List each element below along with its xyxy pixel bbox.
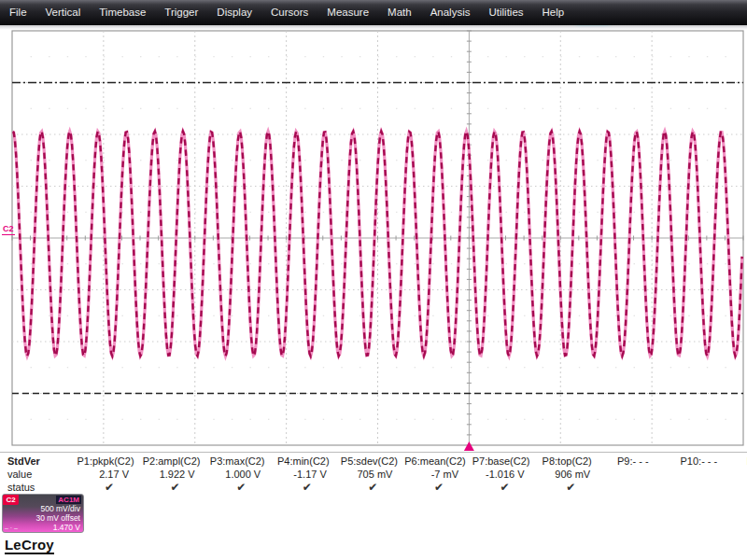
status-check-icon: ✔ bbox=[469, 481, 534, 494]
measure-value-7: -1.016 V bbox=[469, 469, 534, 480]
channel-descriptor-box[interactable]: C2 AC1M 500 mV/div 30 mV offset – · – 1.… bbox=[2, 494, 84, 533]
measure-value-5: 705 mV bbox=[336, 469, 402, 480]
table-corner-label: StdVer bbox=[7, 455, 40, 467]
menu-item-utilities[interactable]: Utilities bbox=[479, 0, 532, 25]
waveform-grid[interactable] bbox=[0, 0, 747, 452]
level-high: – · – 1.470 V bbox=[5, 524, 80, 532]
menu-item-file[interactable]: File bbox=[0, 0, 36, 25]
status-row-label: status bbox=[7, 482, 35, 493]
menu-item-analysis[interactable]: Analysis bbox=[421, 0, 480, 25]
measure-header-3[interactable]: P3:max(C2) bbox=[204, 455, 270, 467]
measure-value-8: 906 mV bbox=[534, 469, 599, 480]
status-check-icon: ✔ bbox=[73, 481, 138, 494]
measure-header-7[interactable]: P7:base(C2) bbox=[469, 455, 534, 467]
menu-item-timebase[interactable]: Timebase bbox=[90, 0, 155, 25]
measure-value-4: -1.17 V bbox=[271, 469, 336, 480]
measure-header-4[interactable]: P4:min(C2) bbox=[271, 455, 336, 467]
measure-header-2[interactable]: P2:ampl(C2) bbox=[139, 455, 204, 467]
menu-bar: FileVerticalTimebaseTriggerDisplayCursor… bbox=[0, 0, 747, 25]
measure-value-2: 1.922 V bbox=[139, 469, 204, 480]
status-check-icon: ✔ bbox=[534, 481, 599, 494]
measure-header-8[interactable]: P8:top(C2) bbox=[534, 455, 599, 467]
level-low: ····· -1.530 V bbox=[5, 532, 80, 533]
measure-header-6[interactable]: P6:mean(C2) bbox=[402, 455, 468, 467]
menu-item-cursors[interactable]: Cursors bbox=[261, 0, 317, 25]
status-check-icon: ✔ bbox=[336, 481, 402, 494]
channel-offset: 30 mV offset bbox=[5, 514, 80, 523]
status-check-icon: ✔ bbox=[402, 481, 468, 494]
measure-header-9[interactable]: P9:- - - bbox=[600, 455, 666, 467]
lecroy-logo: LeCroy bbox=[5, 537, 54, 554]
oscilloscope-screen: FileVerticalTimebaseTriggerDisplayCursor… bbox=[0, 0, 747, 560]
menu-item-display[interactable]: Display bbox=[207, 0, 261, 25]
measure-value-6: -7 mV bbox=[402, 469, 468, 480]
status-check-icon: ✔ bbox=[271, 481, 336, 494]
measure-header-10[interactable]: P10:- - - bbox=[666, 455, 731, 467]
menu-item-vertical[interactable]: Vertical bbox=[36, 0, 91, 25]
measure-header-11[interactable]: P11:- - - bbox=[732, 455, 747, 467]
channel-offset-marker[interactable]: C2 bbox=[2, 224, 15, 235]
coupling-badge: AC1M bbox=[56, 496, 81, 504]
menu-item-math[interactable]: Math bbox=[378, 0, 421, 25]
measure-value-3: 1.000 V bbox=[204, 469, 270, 480]
measure-value-1: 2.17 V bbox=[73, 469, 138, 480]
status-check-icon: ✔ bbox=[204, 481, 270, 494]
menu-item-measure[interactable]: Measure bbox=[317, 0, 378, 25]
menu-item-trigger[interactable]: Trigger bbox=[155, 0, 207, 25]
status-check-icon: ✔ bbox=[139, 481, 204, 494]
dash-dot-pattern-icon: – · – bbox=[5, 525, 18, 533]
measure-header-1[interactable]: P1:pkpk(C2) bbox=[73, 455, 138, 467]
value-row-label: value bbox=[7, 469, 32, 480]
measure-header-5[interactable]: P5:sdev(C2) bbox=[336, 455, 402, 467]
measurement-table: StdVervaluestatusP1:pkpk(C2)2.17 V✔P2:am… bbox=[0, 452, 747, 495]
menu-item-help[interactable]: Help bbox=[533, 0, 574, 25]
channel-scale: 500 mV/div bbox=[5, 505, 80, 513]
channel-tab: C2 bbox=[3, 495, 19, 505]
